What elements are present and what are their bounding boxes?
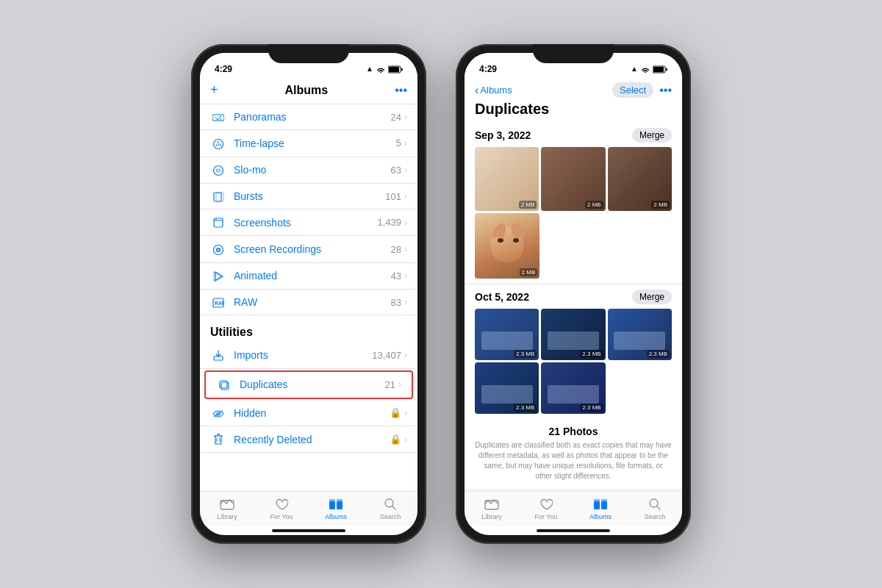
- list-item-panoramas[interactable]: Panoramas 24 ›: [200, 104, 417, 130]
- tab-library-right[interactable]: Library: [465, 496, 519, 520]
- timelapse-icon: [210, 137, 226, 149]
- tab-albums-label: Albums: [325, 513, 347, 520]
- animated-icon: [210, 270, 226, 282]
- screenshots-count: 1,439: [377, 217, 401, 228]
- list-item-recently-deleted[interactable]: Recently Deleted 🔒 ›: [200, 426, 417, 453]
- raw-label: RAW: [234, 296, 391, 308]
- nav-bar: + Albums •••: [200, 79, 417, 104]
- list-item-bursts[interactable]: Bursts 101 ›: [200, 184, 417, 209]
- raw-count: 83: [391, 297, 401, 308]
- duplicates-count: 21: [385, 379, 395, 390]
- section-oct2022: Oct 5, 2022 Merge 2.3 MB 2.3 MB 2: [465, 285, 682, 418]
- list-item-imports[interactable]: Imports 13,407 ›: [200, 342, 417, 368]
- svg-rect-37: [594, 501, 600, 509]
- svg-point-13: [218, 249, 219, 251]
- section-sep2022: Sep 3, 2022 Merge 2 MB 2 MB 2 MB: [465, 123, 682, 283]
- svg-line-33: [392, 506, 396, 510]
- photo-cell-3[interactable]: 2 MB: [608, 147, 672, 211]
- list-item-screenrec[interactable]: Screen Recordings 28 ›: [200, 236, 417, 262]
- recently-deleted-icon: [210, 433, 226, 445]
- list-item-duplicates[interactable]: Duplicates 21 ›: [204, 370, 413, 399]
- tab-albums-label-right: Albums: [589, 513, 612, 520]
- utilities-header: Utilities: [200, 315, 417, 342]
- slomo-chevron: ›: [404, 165, 407, 175]
- tab-albums-right[interactable]: Albums: [573, 496, 628, 520]
- tab-for-you[interactable]: For You: [254, 496, 309, 520]
- phone-left: 4:29 ▲ + Albums •••: [191, 44, 426, 544]
- photo-size-2: 2 MB: [585, 201, 603, 209]
- nav-dots-button[interactable]: •••: [395, 84, 407, 97]
- tab-search-right[interactable]: Search: [628, 496, 682, 520]
- nav-plus-button[interactable]: +: [210, 82, 218, 98]
- wifi-icon: [376, 65, 385, 73]
- duplicates-title: Duplicates: [465, 101, 682, 123]
- photo-size-3: 2 MB: [651, 201, 670, 209]
- slomo-count: 63: [391, 165, 401, 176]
- photo-cell-laptop5[interactable]: 2.3 MB: [541, 362, 605, 414]
- merge-button-oct[interactable]: Merge: [632, 290, 672, 304]
- photo-size-laptop2: 2.3 MB: [580, 350, 603, 358]
- photo-cell-laptop4[interactable]: 2.3 MB: [475, 362, 539, 414]
- photo-size-cat: 2 MB: [520, 268, 538, 276]
- tab-albums[interactable]: Albums: [309, 496, 363, 520]
- photo-info-section: 21 Photos Duplicates are classified both…: [465, 418, 682, 489]
- photo-cell-cat[interactable]: 2 MB: [475, 213, 539, 278]
- tab-for-you-right[interactable]: For You: [519, 496, 573, 520]
- back-button[interactable]: ‹ Albums: [475, 84, 512, 97]
- bursts-label: Bursts: [234, 190, 385, 202]
- duplicates-content: Sep 3, 2022 Merge 2 MB 2 MB 2 MB: [465, 123, 682, 491]
- panoramas-label: Panoramas: [234, 111, 391, 123]
- foryou-icon: [275, 496, 288, 512]
- tab-search[interactable]: Search: [363, 496, 417, 520]
- phone-right: 4:29 ▲ ‹ Albums Select ••• Du: [456, 44, 691, 544]
- timelapse-label: Time-lapse: [234, 137, 396, 149]
- hidden-count: 🔒: [390, 407, 401, 418]
- recently-deleted-count: 🔒: [390, 434, 401, 445]
- bursts-chevron: ›: [404, 191, 407, 201]
- screenrec-icon: [210, 243, 226, 255]
- list-item-timelapse[interactable]: Time-lapse 5 ›: [200, 130, 417, 157]
- slomo-icon: [210, 164, 226, 176]
- foryou-icon-right: [539, 496, 553, 512]
- tab-library[interactable]: Library: [200, 496, 254, 520]
- photo-grid-sep-bottom: 2 MB: [475, 213, 672, 278]
- select-button[interactable]: Select: [612, 82, 653, 98]
- raw-chevron: ›: [404, 297, 407, 307]
- panoramas-chevron: ›: [404, 112, 407, 122]
- signal-icon-right: ▲: [631, 65, 638, 73]
- photo-cell-laptop2[interactable]: 2.3 MB: [541, 309, 605, 360]
- photo-cell-2[interactable]: 2 MB: [541, 147, 605, 211]
- tab-library-label: Library: [217, 513, 237, 520]
- photo-cell-laptop1[interactable]: 2.3 MB: [475, 309, 539, 360]
- merge-button-sep[interactable]: Merge: [632, 128, 672, 143]
- recently-deleted-label: Recently Deleted: [234, 434, 390, 445]
- imports-count: 13,407: [372, 350, 401, 361]
- animated-label: Animated: [234, 270, 391, 282]
- duplicates-nav-bar: ‹ Albums Select •••: [465, 79, 682, 101]
- imports-icon: [210, 348, 226, 361]
- photo-cell-1[interactable]: 2 MB: [475, 147, 539, 211]
- library-icon-right: [484, 496, 499, 512]
- nav-dots-right[interactable]: •••: [659, 84, 672, 97]
- timelapse-chevron: ›: [404, 138, 407, 148]
- list-item-hidden[interactable]: Hidden 🔒 ›: [200, 401, 417, 426]
- home-indicator: [272, 529, 345, 532]
- animated-count: 43: [391, 270, 401, 282]
- tab-foryou-label: For You: [270, 513, 293, 520]
- raw-icon: RAW: [210, 296, 226, 308]
- home-indicator-right: [537, 529, 610, 532]
- photo-cell-laptop3[interactable]: 2.3 MB: [608, 309, 672, 360]
- list-item-animated[interactable]: Animated 43 ›: [200, 263, 417, 290]
- svg-rect-40: [601, 499, 607, 502]
- list-item-screenshots[interactable]: Screenshots 1,439 ›: [200, 209, 417, 236]
- notch-right: [533, 44, 614, 63]
- date-oct: Oct 5, 2022: [475, 291, 529, 303]
- date-header-oct: Oct 5, 2022 Merge: [475, 290, 672, 304]
- list-item-raw[interactable]: RAW RAW 83 ›: [200, 290, 417, 315]
- list-item-slomo[interactable]: Slo-mo 63 ›: [200, 157, 417, 184]
- photo-size-laptop1: 2.3 MB: [514, 350, 537, 358]
- svg-rect-2: [212, 115, 224, 121]
- status-time: 4:29: [215, 64, 232, 74]
- screenshots-chevron: ›: [404, 218, 407, 228]
- panoramas-icon: [210, 111, 226, 123]
